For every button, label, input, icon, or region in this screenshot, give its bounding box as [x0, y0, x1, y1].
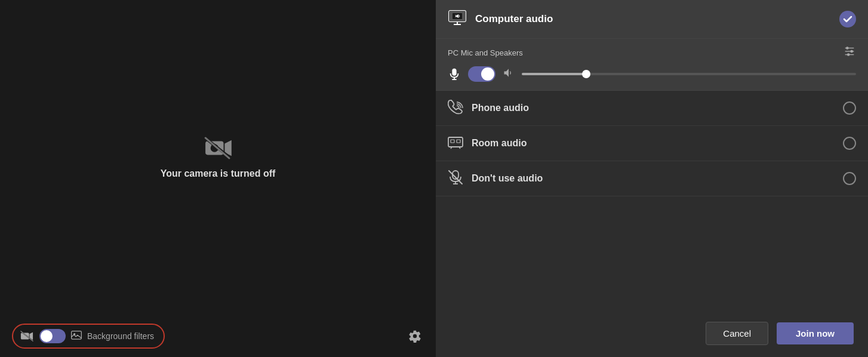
- camera-controls-pill: Background filters: [12, 324, 165, 349]
- room-audio-option[interactable]: Room audio: [436, 126, 868, 161]
- mic-button[interactable]: [448, 67, 461, 81]
- room-audio-label: Room audio: [472, 138, 835, 149]
- pc-mic-speakers-row: PC Mic and Speakers: [436, 39, 868, 91]
- svg-rect-32: [457, 140, 460, 143]
- computer-audio-check: [839, 11, 856, 27]
- camera-toggle-button[interactable]: [19, 328, 35, 344]
- svg-point-23: [847, 53, 850, 56]
- background-filters-button[interactable]: Background filters: [70, 330, 154, 342]
- join-now-button[interactable]: Join now: [777, 322, 854, 344]
- computer-audio-label: Computer audio: [475, 13, 831, 25]
- volume-fill: [522, 73, 589, 75]
- no-audio-option[interactable]: Don't use audio: [436, 161, 868, 196]
- mic-speaker-header: PC Mic and Speakers: [448, 45, 856, 60]
- camera-panel: Your camera is turned off: [0, 0, 436, 357]
- volume-thumb[interactable]: [582, 70, 590, 78]
- mic-toggle-knob: [481, 67, 494, 81]
- pc-mic-label: PC Mic and Speakers: [448, 48, 523, 57]
- svg-point-19: [846, 47, 849, 50]
- mic-speaker-controls: [448, 66, 856, 82]
- camera-off-message: Your camera is turned off: [161, 168, 276, 179]
- audio-panel: Computer audio PC Mic and Speakers: [436, 0, 868, 357]
- svg-point-21: [850, 50, 853, 53]
- room-audio-radio[interactable]: [843, 137, 856, 150]
- phone-audio-option[interactable]: Phone audio: [436, 91, 868, 126]
- mixer-icon[interactable]: [843, 45, 856, 60]
- volume-slider[interactable]: [522, 73, 856, 75]
- camera-toggle-switch[interactable]: [39, 329, 66, 343]
- computer-audio-option[interactable]: Computer audio: [436, 0, 868, 39]
- room-audio-icon: [448, 134, 463, 152]
- cancel-button[interactable]: Cancel: [706, 322, 768, 345]
- camera-preview-area: Your camera is turned off: [0, 0, 436, 315]
- toggle-knob: [41, 330, 53, 342]
- camera-settings-button[interactable]: [406, 327, 424, 345]
- camera-off-icon: [202, 136, 233, 160]
- phone-audio-label: Phone audio: [472, 103, 835, 113]
- svg-rect-31: [451, 140, 454, 143]
- bottom-actions: Cancel Join now: [436, 310, 868, 357]
- camera-toolbar: Background filters: [0, 315, 436, 357]
- no-audio-radio[interactable]: [843, 172, 856, 185]
- svg-rect-5: [21, 333, 29, 340]
- no-audio-label: Don't use audio: [472, 173, 835, 184]
- volume-icon: [503, 67, 515, 81]
- computer-audio-icon: [448, 8, 467, 30]
- no-audio-icon: [448, 170, 463, 187]
- svg-rect-24: [452, 69, 456, 76]
- svg-marker-27: [504, 69, 509, 76]
- phone-audio-radio[interactable]: [843, 101, 856, 115]
- mic-toggle-switch[interactable]: [468, 66, 495, 82]
- phone-audio-icon: [448, 99, 463, 117]
- background-filters-label: Background filters: [87, 331, 154, 341]
